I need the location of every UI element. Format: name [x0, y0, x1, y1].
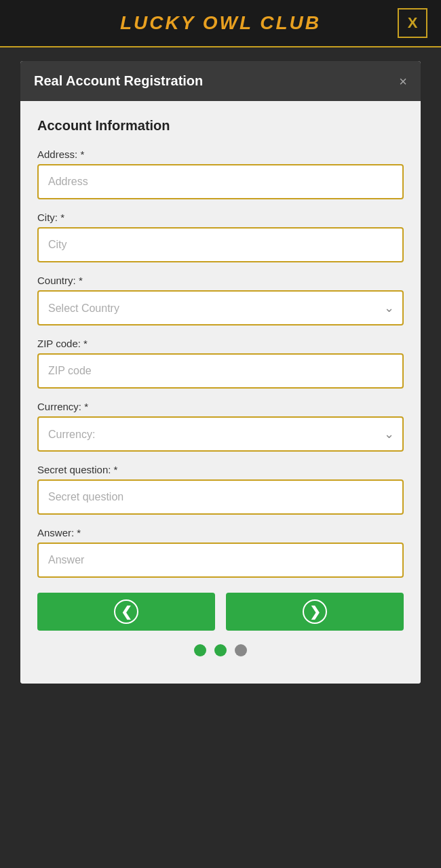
answer-group: Answer: *: [37, 527, 404, 578]
section-title: Account Information: [37, 118, 404, 134]
registration-modal: Real Account Registration × Account Info…: [20, 61, 421, 684]
country-select[interactable]: Select Country: [37, 290, 404, 326]
modal-header: Real Account Registration ×: [20, 61, 421, 101]
currency-select[interactable]: Currency:: [37, 416, 404, 452]
address-group: Address: *: [37, 149, 404, 199]
address-input[interactable]: [37, 164, 404, 199]
city-label: City: *: [37, 212, 404, 223]
modal-body: Account Information Address: * City: *: [20, 101, 421, 684]
answer-input[interactable]: [37, 542, 404, 578]
zip-group: ZIP code: *: [37, 338, 404, 389]
country-label: Country: *: [37, 275, 404, 286]
secret-question-label: Secret question: *: [37, 464, 404, 475]
progress-dot-2: [214, 644, 227, 656]
next-icon: ❯: [303, 599, 327, 624]
progress-dot-1: [194, 644, 206, 656]
city-input[interactable]: [37, 227, 404, 262]
country-group: Country: * Select Country ⌄: [37, 275, 404, 326]
modal-close-button[interactable]: ×: [399, 75, 407, 88]
zip-label: ZIP code: *: [37, 338, 404, 349]
progress-dots: [37, 644, 404, 670]
app-close-button[interactable]: X: [398, 8, 427, 38]
answer-label: Answer: *: [37, 527, 404, 538]
progress-dot-3: [235, 644, 247, 656]
next-button[interactable]: ❯: [226, 593, 404, 631]
modal-title: Real Account Registration: [34, 73, 203, 89]
city-group: City: *: [37, 212, 404, 262]
zip-input[interactable]: [37, 353, 404, 389]
back-icon: ❮: [114, 599, 138, 624]
currency-group: Currency: * Currency: ⌄: [37, 401, 404, 452]
currency-label: Currency: *: [37, 401, 404, 412]
address-label: Address: *: [37, 149, 404, 160]
secret-question-input[interactable]: [37, 479, 404, 515]
currency-select-wrapper: Currency: ⌄: [37, 416, 404, 452]
secret-question-group: Secret question: *: [37, 464, 404, 515]
back-button[interactable]: ❮: [37, 593, 215, 631]
nav-buttons: ❮ ❯: [37, 593, 404, 631]
app-title: LUCKY OWL CLUB: [120, 12, 321, 34]
country-select-wrapper: Select Country ⌄: [37, 290, 404, 326]
top-bar: LUCKY OWL CLUB X: [0, 0, 441, 47]
page-background: Real Account Registration × Account Info…: [0, 47, 441, 868]
